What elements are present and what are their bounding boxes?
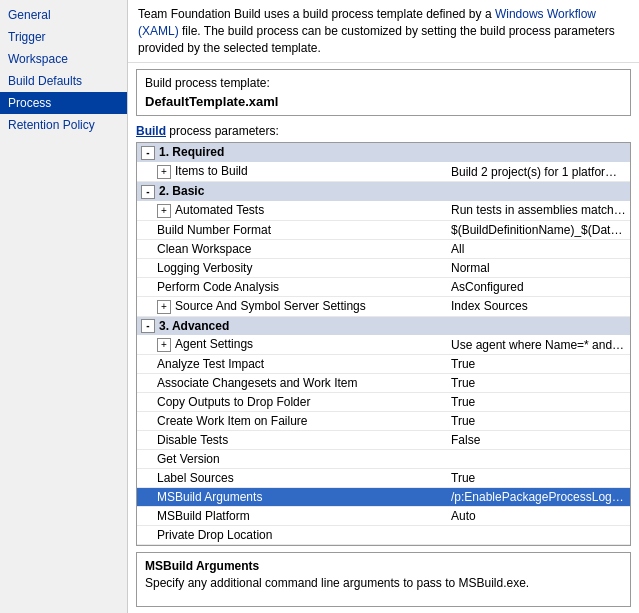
row-value: $(BuildDefinitionName)_$(Date:yyyyMMdd)$… <box>447 220 630 239</box>
table-row[interactable]: Private Drop Location <box>137 526 630 545</box>
table-row[interactable]: Get Version <box>137 450 630 469</box>
row-name: +Agent Settings <box>137 335 447 354</box>
row-value: All <box>447 239 630 258</box>
row-name: MSBuild Arguments <box>137 488 447 507</box>
row-name: +Items to Build <box>137 162 447 181</box>
row-name: +Source And Symbol Server Settings <box>137 296 447 316</box>
table-row[interactable]: MSBuild Arguments/p:EnablePackageProcess… <box>137 488 630 507</box>
table-row[interactable]: Copy Outputs to Drop FolderTrue <box>137 393 630 412</box>
table-row[interactable]: Associate Changesets and Work ItemTrue <box>137 374 630 393</box>
row-name: Build Number Format <box>137 220 447 239</box>
table-row[interactable]: +Items to BuildBuild 2 project(s) for 1 … <box>137 162 630 181</box>
row-value: True <box>447 393 630 412</box>
table-row[interactable]: MSBuild PlatformAuto <box>137 507 630 526</box>
expand-icon[interactable]: + <box>157 338 171 352</box>
build-link[interactable]: Build <box>136 124 166 138</box>
table-row[interactable]: Logging VerbosityNormal <box>137 258 630 277</box>
top-description: Team Foundation Build uses a build proce… <box>128 0 639 63</box>
table-row[interactable]: +Source And Symbol Server SettingsIndex … <box>137 296 630 316</box>
sidebar-item-general[interactable]: General <box>0 4 127 26</box>
row-value: True <box>447 412 630 431</box>
description-text: Team Foundation Build uses a build proce… <box>138 7 615 55</box>
main-content: Team Foundation Build uses a build proce… <box>128 0 639 613</box>
row-name: Label Sources <box>137 469 447 488</box>
row-value <box>447 526 630 545</box>
row-value: Auto <box>447 507 630 526</box>
params-label: Build process parameters: <box>136 124 631 138</box>
row-value: True <box>447 355 630 374</box>
expand-icon[interactable]: - <box>141 146 155 160</box>
table-row[interactable]: Build Number Format$(BuildDefinitionName… <box>137 220 630 239</box>
row-value: Normal <box>447 258 630 277</box>
row-name: Clean Workspace <box>137 239 447 258</box>
template-group: Build process template: DefaultTemplate.… <box>136 69 631 116</box>
row-name: Disable Tests <box>137 431 447 450</box>
row-name: MSBuild Platform <box>137 507 447 526</box>
table-row[interactable]: Label SourcesTrue <box>137 469 630 488</box>
section-row: -1. Required <box>137 143 630 162</box>
sidebar-item-build-defaults[interactable]: Build Defaults <box>0 70 127 92</box>
row-name: Associate Changesets and Work Item <box>137 374 447 393</box>
row-value: True <box>447 469 630 488</box>
row-value: True <box>447 374 630 393</box>
section-row: -3. Advanced <box>137 316 630 335</box>
expand-icon[interactable]: - <box>141 319 155 333</box>
template-group-label: Build process template: <box>145 76 622 90</box>
row-value: Run tests in assemblies matching **\*tes… <box>447 201 630 220</box>
expand-icon[interactable]: + <box>157 300 171 314</box>
expand-icon[interactable]: + <box>157 165 171 179</box>
bottom-info-text: Specify any additional command line argu… <box>145 576 622 590</box>
row-name: Copy Outputs to Drop Folder <box>137 393 447 412</box>
table-row[interactable]: Analyze Test ImpactTrue <box>137 355 630 374</box>
bottom-info: MSBuild Arguments Specify any additional… <box>136 552 631 607</box>
row-value: /p:EnablePackageProcessLoggingAndAssert=… <box>447 488 630 507</box>
table-row[interactable]: Create Work Item on FailureTrue <box>137 412 630 431</box>
sidebar: GeneralTriggerWorkspaceBuild DefaultsPro… <box>0 0 128 613</box>
sidebar-item-workspace[interactable]: Workspace <box>0 48 127 70</box>
row-name: Private Drop Location <box>137 526 447 545</box>
section-row: -2. Basic <box>137 182 630 201</box>
row-name: Perform Code Analysis <box>137 277 447 296</box>
expand-icon[interactable]: - <box>141 185 155 199</box>
xaml-link[interactable]: Windows Workflow (XAML) <box>138 7 596 38</box>
sidebar-item-trigger[interactable]: Trigger <box>0 26 127 48</box>
template-value: DefaultTemplate.xaml <box>145 94 622 109</box>
row-name: Create Work Item on Failure <box>137 412 447 431</box>
content-area: Build process template: DefaultTemplate.… <box>128 63 639 613</box>
bottom-info-title: MSBuild Arguments <box>145 559 622 573</box>
row-value: Use agent where Name=* and Tags is empty… <box>447 335 630 354</box>
row-name: +Automated Tests <box>137 201 447 220</box>
row-name: Analyze Test Impact <box>137 355 447 374</box>
table-row[interactable]: +Automated TestsRun tests in assemblies … <box>137 201 630 220</box>
table-row[interactable]: Disable TestsFalse <box>137 431 630 450</box>
table-row[interactable]: +Agent SettingsUse agent where Name=* an… <box>137 335 630 354</box>
row-value: False <box>447 431 630 450</box>
row-value: Index Sources <box>447 296 630 316</box>
expand-icon[interactable]: + <box>157 204 171 218</box>
row-name: Logging Verbosity <box>137 258 447 277</box>
row-name: Get Version <box>137 450 447 469</box>
table-row[interactable]: Clean WorkspaceAll <box>137 239 630 258</box>
sidebar-item-process[interactable]: Process <box>0 92 127 114</box>
row-value: AsConfigured <box>447 277 630 296</box>
row-value <box>447 450 630 469</box>
params-tree[interactable]: -1. Required+Items to BuildBuild 2 proje… <box>136 142 631 546</box>
row-value: Build 2 project(s) for 1 platform(s) and… <box>447 162 630 181</box>
sidebar-item-retention-policy[interactable]: Retention Policy <box>0 114 127 136</box>
table-row[interactable]: Perform Code AnalysisAsConfigured <box>137 277 630 296</box>
params-table: -1. Required+Items to BuildBuild 2 proje… <box>137 143 630 545</box>
